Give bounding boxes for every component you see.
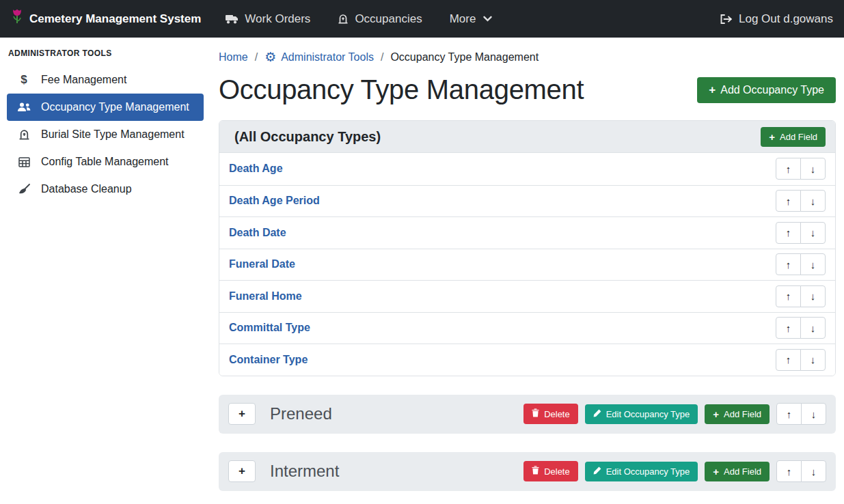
- top-navbar: Cemetery Management System Work Orders: [0, 0, 844, 38]
- field-link-death-age-period[interactable]: Death Age Period: [229, 195, 320, 207]
- sidebar-item-fee-management[interactable]: $ Fee Management: [7, 66, 204, 94]
- move-up-button[interactable]: ↑: [776, 190, 801, 212]
- tombstone-icon: [16, 129, 31, 141]
- field-row: Funeral Date ↑ ↓: [219, 249, 835, 281]
- section-title: Preneed: [270, 404, 332, 423]
- sidebar-item-config-table-management[interactable]: Config Table Management: [7, 148, 204, 176]
- app-brand[interactable]: Cemetery Management System: [11, 8, 201, 29]
- plus-icon: +: [713, 409, 719, 419]
- reorder-buttons: ↑ ↓: [776, 317, 826, 339]
- breadcrumb-admin-tools-label: Administrator Tools: [281, 51, 374, 64]
- sidebar-item-occupancy-type-management[interactable]: Occupancy Type Management: [7, 94, 204, 121]
- sidebar-item-label: Config Table Management: [41, 156, 169, 168]
- breadcrumb-home-link[interactable]: Home: [219, 51, 248, 64]
- add-field-button[interactable]: + Add Field: [705, 462, 770, 481]
- reorder-buttons: ↑ ↓: [776, 222, 826, 244]
- add-field-button[interactable]: + Add Field: [705, 404, 770, 424]
- pencil-icon: [593, 409, 601, 419]
- field-link-committal-type[interactable]: Committal Type: [229, 322, 310, 334]
- edit-label: Edit Occupancy Type: [606, 466, 690, 477]
- plus-icon: +: [769, 132, 775, 142]
- edit-label: Edit Occupancy Type: [606, 409, 690, 419]
- trash-icon: [532, 408, 539, 419]
- move-down-button[interactable]: ↓: [801, 460, 826, 482]
- move-up-button[interactable]: ↑: [776, 158, 801, 180]
- plus-icon: +: [713, 466, 719, 477]
- breadcrumb-separator: /: [255, 51, 258, 64]
- reorder-buttons: ↑ ↓: [776, 460, 826, 482]
- move-down-button[interactable]: ↓: [800, 349, 826, 371]
- move-down-button[interactable]: ↓: [801, 403, 826, 425]
- field-row: Committal Type ↑ ↓: [219, 312, 835, 344]
- sidebar-item-label: Burial Site Type Management: [41, 128, 185, 141]
- move-up-button[interactable]: ↑: [776, 460, 802, 482]
- nav-items: Work Orders Occupancies More: [226, 12, 492, 26]
- expand-section-button[interactable]: +: [228, 403, 256, 425]
- sidebar-item-label: Fee Management: [41, 74, 126, 86]
- field-link-death-age[interactable]: Death Age: [229, 163, 283, 175]
- breadcrumb-admin-tools-link[interactable]: ⚙ Administrator Tools: [264, 51, 374, 64]
- sidebar: ADMINISTRATOR TOOLS $ Fee Management Occ…: [0, 38, 210, 504]
- section-preneed: + Preneed Delete: [219, 395, 836, 434]
- reorder-buttons: ↑ ↓: [776, 253, 826, 275]
- logout-button[interactable]: Log Out d.gowans: [720, 12, 833, 26]
- section-actions: Delete Edit Occupancy Type + Add Field ↑: [523, 403, 826, 425]
- section-title: Interment: [270, 462, 339, 481]
- table-icon: [16, 157, 31, 167]
- app-title: Cemetery Management System: [29, 12, 201, 26]
- nav-occupancies[interactable]: Occupancies: [338, 12, 422, 26]
- nav-work-orders[interactable]: Work Orders: [226, 12, 310, 26]
- move-down-button[interactable]: ↓: [800, 285, 826, 307]
- move-up-button[interactable]: ↑: [776, 253, 801, 275]
- add-field-label: Add Field: [724, 409, 761, 419]
- nav-work-orders-label: Work Orders: [245, 12, 310, 26]
- move-up-button[interactable]: ↑: [776, 317, 801, 339]
- gear-icon: ⚙: [264, 51, 276, 64]
- edit-occupancy-type-button[interactable]: Edit Occupancy Type: [585, 462, 698, 481]
- work-orders-truck-icon: [226, 14, 239, 24]
- move-down-button[interactable]: ↓: [800, 253, 826, 275]
- nav-more[interactable]: More: [450, 12, 493, 26]
- breadcrumb-current: Occupancy Type Management: [390, 51, 539, 64]
- all-occupancy-types-header: (All Occupancy Types) + Add Field: [219, 121, 835, 153]
- delete-label: Delete: [544, 409, 570, 419]
- move-down-button[interactable]: ↓: [800, 222, 826, 244]
- add-field-label: Add Field: [780, 132, 817, 142]
- edit-occupancy-type-button[interactable]: Edit Occupancy Type: [585, 404, 698, 424]
- field-link-death-date[interactable]: Death Date: [229, 227, 286, 239]
- delete-occupancy-type-button[interactable]: Delete: [523, 461, 578, 481]
- tulip-logo-icon: [11, 8, 23, 29]
- move-down-button[interactable]: ↓: [800, 158, 826, 180]
- move-down-button[interactable]: ↓: [800, 190, 826, 212]
- section-interment: + Interment Delete: [219, 452, 836, 491]
- add-field-button[interactable]: + Add Field: [761, 127, 826, 147]
- reorder-buttons: ↑ ↓: [776, 190, 826, 212]
- dollar-icon: $: [16, 73, 31, 87]
- sidebar-item-label: Occupancy Type Management: [41, 101, 189, 113]
- tombstone-icon: [338, 14, 349, 25]
- reorder-buttons: ↑ ↓: [776, 158, 826, 180]
- move-down-button[interactable]: ↓: [800, 317, 826, 339]
- all-occupancy-types-card: (All Occupancy Types) + Add Field Death …: [219, 120, 836, 376]
- page-title: Occupancy Type Management: [219, 74, 584, 105]
- field-link-container-type[interactable]: Container Type: [229, 354, 308, 366]
- delete-occupancy-type-button[interactable]: Delete: [523, 404, 578, 424]
- sidebar-item-database-cleanup[interactable]: Database Cleanup: [7, 176, 204, 203]
- move-up-button[interactable]: ↑: [776, 222, 801, 244]
- move-up-button[interactable]: ↑: [776, 403, 802, 425]
- trash-icon: [532, 466, 539, 477]
- expand-section-button[interactable]: +: [228, 460, 256, 482]
- reorder-buttons: ↑ ↓: [776, 403, 826, 425]
- move-up-button[interactable]: ↑: [776, 349, 801, 371]
- field-link-funeral-home[interactable]: Funeral Home: [229, 290, 302, 303]
- add-occupancy-type-button[interactable]: + Add Occupancy Type: [697, 77, 836, 103]
- field-link-funeral-date[interactable]: Funeral Date: [229, 258, 295, 270]
- reorder-buttons: ↑ ↓: [776, 285, 826, 307]
- move-up-button[interactable]: ↑: [776, 285, 801, 307]
- breadcrumb-separator: /: [381, 51, 383, 64]
- section-actions: Delete Edit Occupancy Type + Add Field ↑: [523, 460, 826, 482]
- users-icon: [16, 102, 31, 112]
- sidebar-item-burial-site-type-management[interactable]: Burial Site Type Management: [7, 121, 204, 148]
- field-row: Death Age Period ↑ ↓: [219, 185, 835, 217]
- nav-occupancies-label: Occupancies: [355, 12, 422, 26]
